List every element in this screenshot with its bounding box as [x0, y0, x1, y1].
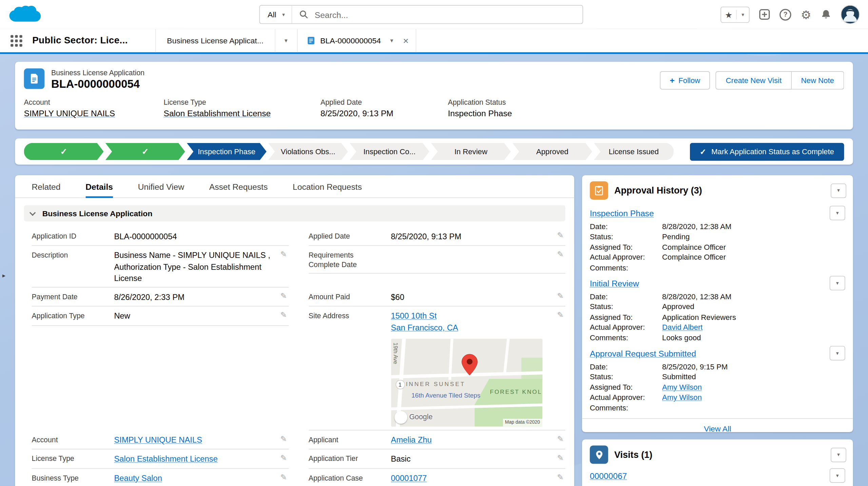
- license-type-link[interactable]: Salon Establishment License: [114, 454, 218, 463]
- approval-history-title[interactable]: Approval History (3): [614, 185, 702, 196]
- mark-status-complete-button[interactable]: ✓ Mark Application Status as Complete: [690, 143, 844, 161]
- edit-icon[interactable]: ✎: [557, 292, 564, 300]
- approval-step-menu-button[interactable]: ▼: [830, 346, 845, 361]
- visit-menu-button[interactable]: ▼: [830, 468, 845, 483]
- split-view-toggle-icon[interactable]: ▸: [0, 266, 8, 285]
- path-stage-violations-observed[interactable]: Violations Obs...: [268, 143, 348, 160]
- path-stage-approved[interactable]: Approved: [512, 143, 592, 160]
- star-icon[interactable]: ★: [725, 10, 732, 19]
- map-pin-icon: [461, 354, 478, 379]
- application-case-link[interactable]: 00001077: [391, 474, 427, 483]
- license-type-link[interactable]: Salon Establishment License: [163, 108, 320, 118]
- edit-icon[interactable]: ✎: [557, 250, 564, 258]
- visit-link[interactable]: 00000067: [590, 471, 627, 480]
- section-business-license-application[interactable]: Business License Application: [24, 205, 566, 222]
- divider: [736, 10, 737, 19]
- site-address-map[interactable]: 1 INNER SUNSET 16th Avenue Tiled Steps F…: [391, 339, 542, 427]
- edit-icon[interactable]: ✎: [280, 473, 287, 481]
- edit-icon[interactable]: ✎: [557, 435, 564, 443]
- search-icon: [300, 10, 309, 19]
- tab-asset-requests[interactable]: Asset Requests: [209, 175, 268, 198]
- waffle-grid: [10, 35, 22, 46]
- field-payment-date: Payment Date 8/26/2020, 2:33 PM ✎: [32, 288, 289, 307]
- approver-link[interactable]: Amy Wilson: [662, 393, 845, 403]
- approval-step-menu-button[interactable]: ▼: [830, 206, 845, 220]
- nav-tab-dropdown-icon[interactable]: ▼: [275, 29, 297, 52]
- search-scope-value: All: [268, 10, 276, 19]
- visits-menu-button[interactable]: ▼: [831, 447, 846, 462]
- tab-related[interactable]: Related: [32, 175, 61, 198]
- search-input[interactable]: [309, 10, 583, 19]
- tab-unified-view[interactable]: Unified View: [138, 175, 184, 198]
- visit-item: 00000067 ▼ Planned Start Dat... 8/26/202…: [582, 467, 853, 486]
- site-address-link-line2[interactable]: San Francisco, CA: [391, 323, 458, 332]
- search-scope-dropdown[interactable]: All ▼: [260, 5, 292, 23]
- field-description: Description Business Name - SIMPLY UNIQU…: [32, 246, 289, 288]
- field-application-id: Application ID BLA-0000000054: [32, 227, 289, 246]
- nav-tab-record-label: BLA-0000000054: [320, 36, 381, 45]
- notifications-bell-icon[interactable]: [821, 9, 831, 20]
- global-actions-icon[interactable]: [759, 9, 770, 20]
- account-link[interactable]: SIMPLY UNIQUE NAILS: [24, 108, 164, 118]
- chevron-down-icon[interactable]: ▼: [741, 12, 745, 17]
- site-address-link-line1[interactable]: 1500 10th St: [391, 312, 437, 321]
- edit-icon[interactable]: ✎: [280, 454, 287, 462]
- field-license-type: License Type Salon Establishment License…: [32, 450, 289, 469]
- app-launcher-icon[interactable]: [0, 29, 32, 52]
- approval-step-link[interactable]: Inspection Phase: [590, 208, 654, 218]
- nav-tab-object-home[interactable]: Business License Applicat...: [155, 29, 275, 52]
- favorites-control[interactable]: ★ ▼: [721, 6, 750, 23]
- edit-icon[interactable]: ✎: [557, 311, 564, 319]
- chevron-down-icon: [29, 209, 36, 216]
- path-stage-inspection-complete[interactable]: Inspection Co...: [350, 143, 429, 160]
- edit-icon[interactable]: ✎: [557, 231, 564, 239]
- field-application-case: Application Case 00001077 ✎: [309, 469, 565, 486]
- map-control-circle[interactable]: [394, 411, 407, 424]
- salesforce-lightning-app: All ▼ ★ ▼ ? ⚙: [0, 0, 868, 486]
- business-type-link[interactable]: Beauty Salon: [114, 474, 162, 483]
- field-business-type: Business Type Beauty Salon ✎: [32, 469, 289, 486]
- help-icon[interactable]: ?: [780, 8, 791, 20]
- edit-icon[interactable]: ✎: [280, 435, 287, 443]
- approval-step-link[interactable]: Initial Review: [590, 278, 639, 288]
- path-stage-in-review[interactable]: In Review: [431, 143, 511, 160]
- approval-history-menu-button[interactable]: ▼: [831, 183, 846, 198]
- approval-step-menu-button[interactable]: ▼: [830, 276, 845, 290]
- follow-button[interactable]: + Follow: [660, 71, 710, 89]
- applicant-link[interactable]: Amelia Zhu: [391, 436, 432, 444]
- path-assistant: ✓ ✓ Inspection Phase Violations Obs... I…: [15, 139, 853, 165]
- visits-title[interactable]: Visits (1): [614, 449, 652, 460]
- edit-icon[interactable]: ✎: [280, 250, 287, 258]
- field-requirements-complete-date: Requirements Complete Date ✎: [309, 246, 565, 274]
- approval-history-card: Approval History (3) ▼ Inspection Phase …: [582, 175, 853, 432]
- setup-gear-icon[interactable]: ⚙: [801, 8, 811, 20]
- approver-link[interactable]: David Albert: [662, 323, 845, 333]
- map-road: [503, 339, 510, 374]
- account-link[interactable]: SIMPLY UNIQUE NAILS: [114, 436, 202, 444]
- edit-icon[interactable]: ✎: [557, 473, 564, 481]
- tab-close-icon[interactable]: ×: [403, 36, 409, 45]
- tab-actions-chevron-icon[interactable]: ▼: [389, 38, 394, 43]
- path-stage-complete-1[interactable]: ✓: [24, 143, 104, 160]
- assigned-to-link[interactable]: Amy Wilson: [662, 383, 845, 393]
- map-poi-label[interactable]: 16th Avenue Tiled Steps: [412, 391, 480, 400]
- global-search[interactable]: All ▼: [259, 5, 583, 24]
- detail-field-grid: Application ID BLA-0000000054 Applied Da…: [15, 226, 574, 486]
- new-note-button[interactable]: New Note: [792, 71, 844, 89]
- edit-icon[interactable]: ✎: [280, 311, 287, 319]
- view-all-link[interactable]: View All: [704, 424, 731, 433]
- salesforce-logo-icon[interactable]: [8, 2, 42, 26]
- approval-step-link[interactable]: Approval Request Submitted: [590, 348, 696, 358]
- map-street-label: 19th Ave: [391, 343, 399, 364]
- google-logo: Google: [394, 411, 433, 424]
- path-stage-current[interactable]: Inspection Phase: [187, 143, 267, 160]
- nav-tab-record[interactable]: BLA-0000000054 ▼ ×: [297, 29, 417, 52]
- user-avatar[interactable]: [841, 5, 860, 24]
- edit-icon[interactable]: ✎: [280, 292, 287, 300]
- create-new-visit-button[interactable]: Create New Visit: [716, 71, 792, 89]
- tab-location-requests[interactable]: Location Requests: [293, 175, 362, 198]
- tab-details[interactable]: Details: [85, 175, 113, 198]
- path-stage-license-issued[interactable]: License Issued: [594, 143, 673, 160]
- path-stage-complete-2[interactable]: ✓: [105, 143, 185, 160]
- edit-icon[interactable]: ✎: [557, 454, 564, 462]
